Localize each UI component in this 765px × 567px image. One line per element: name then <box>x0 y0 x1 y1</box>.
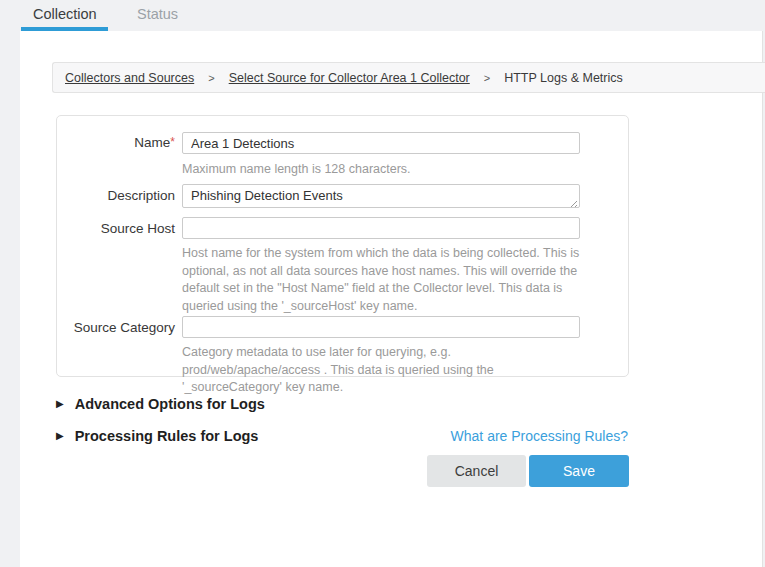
source-host-helper-text: Host name for the system from which the … <box>182 245 582 315</box>
processing-rules-section-toggle[interactable]: ▶ Processing Rules for Logs <box>56 428 258 444</box>
name-input[interactable] <box>182 132 580 154</box>
required-asterisk: * <box>170 135 175 149</box>
advanced-options-section-toggle[interactable]: ▶ Advanced Options for Logs <box>56 396 265 412</box>
source-category-helper-text: Category metadata to use later for query… <box>182 344 586 397</box>
processing-rules-title: Processing Rules for Logs <box>75 428 259 444</box>
name-label: Name* <box>57 135 175 150</box>
source-config-form: Name* Maximum name length is 128 charact… <box>56 115 629 377</box>
breadcrumb: Collectors and Sources > Select Source f… <box>52 62 765 93</box>
source-host-label: Source Host <box>57 221 175 236</box>
top-tab-bar: Collection Status <box>0 0 765 31</box>
source-category-label: Source Category <box>57 320 175 335</box>
caret-right-icon: ▶ <box>56 396 64 412</box>
breadcrumb-separator: > <box>208 72 214 84</box>
breadcrumb-separator: > <box>484 72 490 84</box>
cancel-button[interactable]: Cancel <box>427 455 526 487</box>
breadcrumb-collectors-and-sources[interactable]: Collectors and Sources <box>65 71 194 85</box>
source-category-input[interactable] <box>182 316 580 338</box>
tab-status[interactable]: Status <box>137 6 178 22</box>
breadcrumb-current-page: HTTP Logs & Metrics <box>504 71 623 85</box>
save-button[interactable]: Save <box>529 455 629 487</box>
name-helper-text: Maximum name length is 128 characters. <box>182 161 411 179</box>
name-label-text: Name <box>134 135 170 150</box>
advanced-options-title: Advanced Options for Logs <box>75 396 265 412</box>
tab-collection[interactable]: Collection <box>33 6 97 22</box>
caret-right-icon: ▶ <box>56 428 64 444</box>
description-textarea[interactable]: Phishing Detection Events <box>182 184 580 208</box>
what-are-processing-rules-link[interactable]: What are Processing Rules? <box>451 428 628 444</box>
source-host-input[interactable] <box>182 217 580 239</box>
breadcrumb-select-source[interactable]: Select Source for Collector Area 1 Colle… <box>229 71 470 85</box>
description-label: Description <box>57 188 175 203</box>
